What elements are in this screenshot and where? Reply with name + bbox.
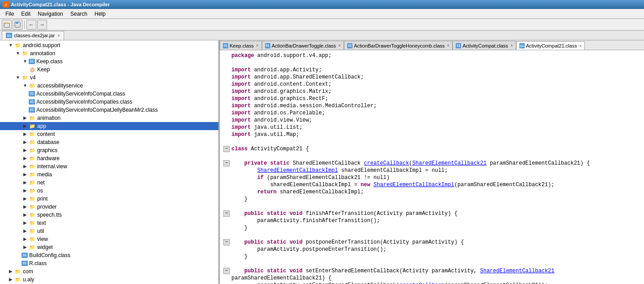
tree-label-animation: animation xyxy=(37,114,61,122)
tree-toggle[interactable]: ▼ xyxy=(14,50,22,57)
tree-toggle[interactable]: ▶ xyxy=(22,139,29,146)
tree-item-hardware[interactable]: ▶ 📁 hardware xyxy=(0,154,218,162)
collapse-method1-btn[interactable]: − xyxy=(223,160,230,166)
code-line-class-decl: − class ActivityCompat21 { xyxy=(223,145,640,153)
tree-item-u-aly[interactable]: ▶ 📁 u.aly xyxy=(0,275,218,284)
tab-activity-compat21-close[interactable]: × xyxy=(579,44,582,48)
tree-toggle[interactable]: ▶ xyxy=(22,227,29,235)
tree-item-accessibilityservice[interactable]: ▼ 📁 accessibilityservice xyxy=(0,82,218,90)
tree-item-android-support[interactable]: ▼ 📁 android.support xyxy=(0,41,218,49)
code-line-import10: import java.util.Map; xyxy=(223,131,640,138)
tree-toggle[interactable]: ▶ xyxy=(22,211,29,218)
tree-toggle[interactable]: ▼ xyxy=(22,82,29,89)
code-line-method2-close: } xyxy=(223,224,640,232)
tree-item-speech-tts[interactable]: ▶ 📁 speech.tts xyxy=(0,211,218,219)
tree-toggle[interactable]: ▶ xyxy=(22,244,29,251)
tree-toggle[interactable]: ▶ xyxy=(22,219,29,227)
code-line-import4: import android.graphics.Matrix; xyxy=(223,88,640,95)
code-line-blank1 xyxy=(223,59,640,66)
back-button[interactable]: ← xyxy=(26,20,36,30)
tree-item-v4[interactable]: ▼ 📁 v4 xyxy=(0,74,218,82)
jar-tab-label: classes-dex2jar.jar xyxy=(14,33,55,38)
tree-item-text[interactable]: ▶ 📁 text xyxy=(0,219,218,227)
jar-tab-icon: 01 xyxy=(6,33,12,38)
tree-label-util: util xyxy=(37,227,44,235)
folder-icon: 📁 xyxy=(29,179,36,186)
tree-toggle[interactable]: ▶ xyxy=(22,163,29,170)
folder-icon: 📁 xyxy=(29,115,36,121)
tree-item-keep-class[interactable]: ▼ 01 Keep.class xyxy=(0,57,218,66)
save-button[interactable] xyxy=(13,20,22,30)
collapse-method4-btn[interactable]: − xyxy=(223,268,230,274)
code-line-method1-body1: SharedElementCallbackImpl sharedElementC… xyxy=(223,167,640,174)
menu-navigation[interactable]: Navigation xyxy=(34,9,67,18)
tree-item-print[interactable]: ▶ 📁 print xyxy=(0,195,218,203)
menu-edit[interactable]: Edit xyxy=(17,9,34,18)
tab-keep-class-close[interactable]: × xyxy=(256,43,259,48)
code-line-method3-body1: paramActivity.postponeEnterTransition(); xyxy=(223,246,640,253)
tree-toggle[interactable]: ▶ xyxy=(22,147,29,154)
svg-rect-4 xyxy=(15,25,20,27)
tree-toggle[interactable]: ▶ xyxy=(22,122,29,130)
menu-help[interactable]: Help xyxy=(91,9,109,18)
tree-item-buildconfig[interactable]: 01 BuildConfig.class xyxy=(0,251,218,259)
menu-search[interactable]: Search xyxy=(67,9,91,18)
tree-item-annotation[interactable]: ▼ 📁 annotation xyxy=(0,49,218,57)
tree-label-widget: widget xyxy=(37,244,53,251)
tree-item-com[interactable]: ▶ 📁 com xyxy=(0,267,218,275)
tab-abdrawertoggle-close[interactable]: × xyxy=(338,43,341,48)
tree-toggle[interactable]: ▶ xyxy=(22,131,29,138)
menu-file[interactable]: File xyxy=(2,9,17,18)
tab-activity-compat21[interactable]: 01 ActivityCompat21.class × xyxy=(516,41,585,50)
tree-toggle[interactable]: ▶ xyxy=(22,114,29,122)
tab-activity-compat21-label: ActivityCompat21.class xyxy=(526,43,577,48)
tree-item-provider[interactable]: ▶ 📁 provider xyxy=(0,203,218,211)
tree-toggle[interactable]: ▶ xyxy=(22,203,29,210)
tree-toggle[interactable]: ▶ xyxy=(22,236,29,243)
tree-item-graphics[interactable]: ▶ 📁 graphics xyxy=(0,146,218,154)
tree-item-content[interactable]: ▶ 📁 content xyxy=(0,130,218,138)
tree-item-asi-compat[interactable]: 01 AccessibilityServiceInfoCompat.class xyxy=(0,90,218,98)
tree-item-view[interactable]: ▶ 📁 view xyxy=(0,235,218,243)
tree-item-util[interactable]: ▶ 📁 util xyxy=(0,227,218,235)
tree-item-internal-view[interactable]: ▶ 📁 internal.view xyxy=(0,162,218,170)
tree-toggle[interactable]: ▶ xyxy=(22,179,29,186)
collapse-class-btn[interactable]: − xyxy=(223,146,230,152)
tree-toggle[interactable]: ▼ xyxy=(14,74,22,81)
tree-toggle[interactable]: ▶ xyxy=(22,171,29,178)
code-editor[interactable]: package android.support.v4.app; import a… xyxy=(220,50,644,284)
code-line-method1-sig: − private static SharedElementCallback c… xyxy=(223,160,640,167)
tree-toggle[interactable]: ▶ xyxy=(22,187,29,194)
tree-toggle[interactable]: ▶ xyxy=(7,268,14,275)
forward-button[interactable]: → xyxy=(37,20,47,30)
tree-item-database[interactable]: ▶ 📁 database xyxy=(0,138,218,146)
tree-item-os[interactable]: ▶ 📁 os xyxy=(0,187,218,195)
jar-tab-close-button[interactable]: × xyxy=(57,33,60,38)
tree-item-app[interactable]: ▶ 📁 app xyxy=(0,122,218,130)
tab-actionbar-drawer-toggle-hc[interactable]: 01 ActionBarDrawerToggleHoneycomb.class … xyxy=(344,41,453,50)
tree-item-keep-annotation[interactable]: @ Keep xyxy=(0,66,218,74)
collapse-col xyxy=(223,52,231,52)
jar-tab[interactable]: 01 classes-dex2jar.jar × xyxy=(2,31,64,40)
folder-icon: 📁 xyxy=(29,196,36,202)
tree-item-asi-compat-ies[interactable]: 01 AccessibilityServiceInfoCompatIes.cla… xyxy=(0,98,218,106)
tree-item-asi-compat-jb[interactable]: 01 AccessibilityServiceInfoCompatJellyBe… xyxy=(0,106,218,114)
tree-toggle[interactable]: ▼ xyxy=(22,58,29,65)
tab-actionbar-drawer-toggle[interactable]: 01 ActionBarDrawerToggle.class × xyxy=(262,41,344,50)
tree-toggle[interactable]: ▼ xyxy=(7,42,14,49)
tree-toggle[interactable]: ▶ xyxy=(22,155,29,162)
tree-item-net[interactable]: ▶ 📁 net xyxy=(0,179,218,187)
tab-activity-compat-close[interactable]: × xyxy=(510,43,513,48)
collapse-method3-btn[interactable]: − xyxy=(223,239,230,245)
tab-abdrawertoggle-hc-close[interactable]: × xyxy=(447,43,450,48)
tree-toggle[interactable]: ▶ xyxy=(7,276,14,283)
tree-toggle[interactable]: ▶ xyxy=(22,195,29,202)
tree-item-animation[interactable]: ▶ 📁 animation xyxy=(0,114,218,122)
open-button[interactable] xyxy=(2,20,12,30)
tab-keep-class[interactable]: 01 Keep.class × xyxy=(220,41,262,50)
tree-item-r-class[interactable]: 01 R.class xyxy=(0,259,218,267)
collapse-method2-btn[interactable]: − xyxy=(223,210,230,217)
tree-item-media[interactable]: ▶ 📁 media xyxy=(0,170,218,179)
tree-item-widget[interactable]: ▶ 📁 widget xyxy=(0,243,218,251)
tab-activity-compat[interactable]: 01 ActivityCompat.class × xyxy=(453,41,516,50)
